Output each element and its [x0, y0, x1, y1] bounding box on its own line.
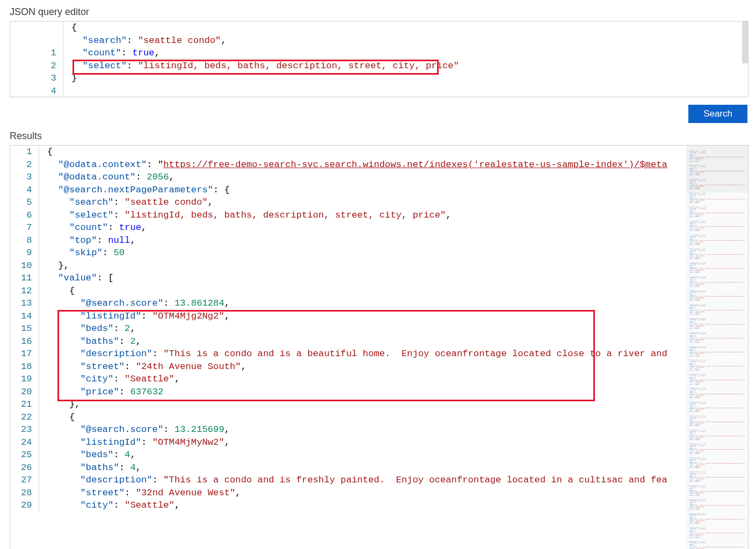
query-gutter: 12345 — [10, 21, 63, 97]
search-button[interactable]: Search — [688, 105, 747, 123]
query-editor[interactable]: 12345 { "search": "seattle condo", "coun… — [10, 21, 748, 97]
scrollbar-thumb[interactable] — [742, 21, 748, 63]
results-label: Results — [10, 131, 748, 142]
query-code-body[interactable]: { "search": "seattle condo", "count": tr… — [71, 21, 748, 97]
results-code-body[interactable]: { "@odata.context": "https://free-demo-s… — [47, 146, 686, 512]
minimap-viewport[interactable] — [687, 146, 748, 193]
results-editor[interactable]: 1234567891011121314151617181920212223242… — [10, 145, 748, 549]
query-editor-label: JSON query editor — [10, 6, 748, 18]
results-gutter: 1234567891011121314151617181920212223242… — [10, 146, 39, 512]
minimap[interactable]: { "@search.score": 12.3456, "listingId":… — [686, 146, 748, 549]
